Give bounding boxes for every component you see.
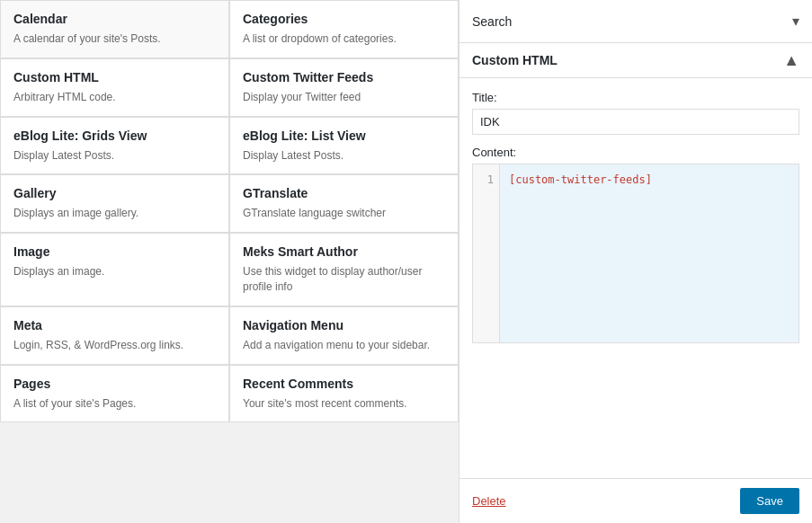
widget-desc: Use this widget to display author/user p… <box>243 264 445 295</box>
widget-name: Image <box>13 244 216 259</box>
widget-name: Custom Twitter Feeds <box>243 70 445 84</box>
widget-name: Navigation Menu <box>243 318 445 332</box>
widget-item[interactable]: eBlog Lite: List View Display Latest Pos… <box>229 117 459 175</box>
editor-panel: Search ▾ Custom HTML ▲ Title: Content: 1… <box>459 0 812 523</box>
search-bar[interactable]: Search ▾ <box>460 0 812 43</box>
widget-desc: A list of your site's Pages. <box>13 396 216 412</box>
editor-body: Title: Content: 1 [custom-twitter-feeds] <box>460 78 812 478</box>
widget-name: Recent Comments <box>243 377 445 391</box>
widget-desc: Display your Twitter feed <box>243 90 445 105</box>
widget-item[interactable]: Meta Login, RSS, & WordPress.org links. <box>0 306 229 365</box>
code-content[interactable]: [custom-twitter-feeds] <box>500 164 799 342</box>
widget-item[interactable]: Custom HTML Arbitrary HTML code. <box>0 58 229 117</box>
widget-item[interactable]: Calendar A calendar of your site's Posts… <box>0 0 229 58</box>
widget-desc: Your site's most recent comments. <box>243 396 445 412</box>
title-label: Title: <box>472 91 799 104</box>
content-label: Content: <box>472 146 799 159</box>
widget-item[interactable]: Recent Comments Your site's most recent … <box>229 365 459 423</box>
search-label: Search <box>472 14 512 29</box>
widget-desc: A list or dropdown of categories. <box>243 31 445 47</box>
widget-item[interactable]: Pages A list of your site's Pages. <box>0 365 229 423</box>
widget-name: Meks Smart Author <box>243 244 445 259</box>
widget-item[interactable]: Gallery Displays an image gallery. <box>0 174 229 233</box>
line-numbers: 1 <box>473 164 500 342</box>
editor-footer: Delete Save <box>460 478 812 523</box>
widget-name: Categories <box>243 12 445 26</box>
collapse-icon[interactable]: ▲ <box>783 52 799 68</box>
widget-list-panel: Calendar A calendar of your site's Posts… <box>0 0 459 523</box>
search-chevron-icon[interactable]: ▾ <box>792 13 799 30</box>
widget-name: eBlog Lite: List View <box>243 129 445 143</box>
code-editor-wrapper: 1 [custom-twitter-feeds] <box>472 164 799 343</box>
widget-name: Pages <box>13 377 216 391</box>
widget-desc: Login, RSS, & WordPress.org links. <box>13 338 216 353</box>
widget-desc: Displays an image gallery. <box>13 206 216 221</box>
widget-desc: Add a navigation menu to your sidebar. <box>243 338 445 353</box>
delete-button[interactable]: Delete <box>472 494 506 508</box>
widget-item[interactable]: GTranslate GTranslate language switcher <box>229 174 459 233</box>
editor-title-text: Custom HTML <box>472 53 558 67</box>
line-number-1: 1 <box>487 173 494 186</box>
widget-name: Custom HTML <box>13 70 216 84</box>
widget-desc: GTranslate language switcher <box>243 206 445 221</box>
widget-desc: A calendar of your site's Posts. <box>13 31 216 47</box>
title-input[interactable] <box>472 109 799 135</box>
widget-name: GTranslate <box>243 186 445 200</box>
editor-header: Custom HTML ▲ <box>460 43 812 78</box>
widget-desc: Displays an image. <box>13 264 216 279</box>
save-button[interactable]: Save <box>740 488 799 514</box>
widget-item[interactable]: Custom Twitter Feeds Display your Twitte… <box>229 58 459 117</box>
widget-desc: Display Latest Posts. <box>13 148 216 164</box>
widget-item[interactable]: Image Displays an image. <box>0 233 229 306</box>
widget-name: eBlog Lite: Grids View <box>13 129 216 143</box>
widget-item[interactable]: Categories A list or dropdown of categor… <box>229 0 459 58</box>
widget-desc: Arbitrary HTML code. <box>13 90 216 105</box>
widget-name: Meta <box>13 318 216 332</box>
widget-name: Calendar <box>13 12 216 26</box>
widget-name: Gallery <box>13 186 216 200</box>
widget-grid: Calendar A calendar of your site's Posts… <box>0 0 459 422</box>
widget-item[interactable]: eBlog Lite: Grids View Display Latest Po… <box>0 117 229 175</box>
widget-item[interactable]: Navigation Menu Add a navigation menu to… <box>229 306 459 365</box>
widget-desc: Display Latest Posts. <box>243 148 445 164</box>
widget-item[interactable]: Meks Smart Author Use this widget to dis… <box>229 233 459 306</box>
